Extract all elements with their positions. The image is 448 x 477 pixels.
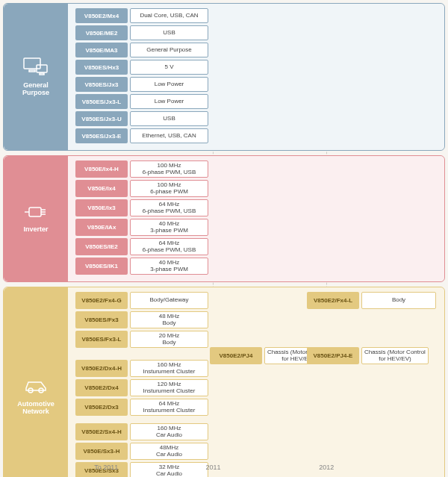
part-chip: V850E2/Dx4-H xyxy=(75,360,128,377)
part-desc: 64 MHzInsturument Cluster xyxy=(130,399,208,416)
part-desc: 100 MHz6-phase PWM, USB xyxy=(130,160,208,178)
part-desc: Chassis (Motor Control for HEV/EV) xyxy=(361,347,429,364)
timeline-labels: To 2011 2011 2012 xyxy=(6,464,442,476)
svg-rect-3 xyxy=(40,73,44,75)
category-title: AutomotiveNetwork xyxy=(17,400,55,415)
year-label: 2011 xyxy=(205,464,220,471)
category-label-automotive: AutomotiveNetwork xyxy=(4,287,68,477)
part-desc: 48MHzCar Audio xyxy=(130,443,208,460)
part-chip: V850ES/Jx3-L xyxy=(75,94,128,109)
placed-pj4e: V850E2/PJ4-E Chassis (Motor Control for … xyxy=(307,347,429,364)
category-title: Inverter xyxy=(23,225,48,233)
year-label: 2012 xyxy=(319,464,334,471)
part-chip: V850E2/Fx4-G xyxy=(75,292,128,309)
part-desc: 120 MHzInsturument Cluster xyxy=(130,379,208,396)
desktop-icon xyxy=(23,57,49,77)
part-chip: V850E/ME2 xyxy=(75,25,128,40)
part-chip: V850ES/Hx3 xyxy=(75,60,128,75)
part-chip: V850ES/IE2 xyxy=(75,238,128,255)
car-icon xyxy=(23,378,49,396)
motor-icon xyxy=(25,205,47,221)
part-chip: V850E2/Mx4 xyxy=(75,8,128,23)
section-automotive: AutomotiveNetwork V850E2/Fx4-GBody/Gatew… xyxy=(3,287,445,477)
category-label-general-purpose: GeneralPurpose xyxy=(4,4,68,150)
section-general-purpose: GeneralPurpose V850E2/Mx4Dual Core, USB,… xyxy=(3,3,445,151)
part-chip: V850E2/PJ4 xyxy=(210,347,262,364)
part-desc: USB xyxy=(130,111,208,126)
part-desc: 160 MHzInsturument Cluster xyxy=(130,360,208,377)
part-chip: V850E/MA3 xyxy=(75,43,128,57)
section-body: V850E/Ix4-H100 MHz6-phase PWM, USB V850E… xyxy=(68,156,444,281)
svg-rect-4 xyxy=(29,208,41,216)
svg-rect-1 xyxy=(29,70,35,72)
part-chip: V850ES/IK1 xyxy=(75,258,128,275)
part-desc: 20 MHzBody xyxy=(130,331,208,348)
part-desc: 160 MHzCar Audio xyxy=(130,423,208,440)
part-chip: V850E/Sx3-H xyxy=(75,443,128,460)
part-desc: Body xyxy=(361,292,436,309)
section-inverter: Inverter V850E/Ix4-H100 MHz6-phase PWM, … xyxy=(3,155,445,282)
part-desc: USB xyxy=(130,25,208,40)
part-desc: General Purpose xyxy=(130,43,208,57)
roadmap-diagram: GeneralPurpose V850E2/Mx4Dual Core, USB,… xyxy=(0,0,448,477)
part-desc: Dual Core, USB, CAN xyxy=(130,8,208,23)
section-body: V850E2/Mx4Dual Core, USB, CAN V850E/ME2U… xyxy=(68,4,444,150)
part-chip: V850E2/Sx4-H xyxy=(75,423,128,440)
part-desc: 40 MHz3-phase PWM xyxy=(130,258,208,275)
part-chip: V850E/IAx xyxy=(75,219,128,236)
part-chip: V850E/Ix4-H xyxy=(75,160,128,178)
part-desc: 5 V xyxy=(130,60,208,75)
placed-fx4l: V850E2/Fx4-L Body xyxy=(307,292,436,309)
part-desc: 100 MHz6-phase PWM xyxy=(130,180,208,197)
part-desc: 40 MHz3-phase PWM xyxy=(130,219,208,236)
part-chip: V850E/Ix3 xyxy=(75,199,128,216)
part-chip: V850ES/Jx3 xyxy=(75,77,128,92)
part-desc: 64 MHz6-phase PWM, USB xyxy=(130,199,208,216)
part-desc: 64 MHz6-phase PWM, USB xyxy=(130,238,208,255)
svg-rect-0 xyxy=(24,58,40,69)
category-title: GeneralPurpose xyxy=(22,81,49,96)
part-desc: Body/Gateway xyxy=(130,292,208,309)
part-chip: V850E2/Dx4 xyxy=(75,379,128,396)
section-body: V850E2/Fx4-GBody/Gateway V850ES/Fx348 MH… xyxy=(68,287,444,477)
part-chip: V850ES/Fx3-L xyxy=(75,331,128,348)
part-desc: 48 MHzBody xyxy=(130,311,208,328)
category-label-inverter: Inverter xyxy=(4,156,68,281)
part-desc: Low Power xyxy=(130,77,208,92)
part-desc: Low Power xyxy=(130,94,208,109)
part-chip: V850E2/PJ4-E xyxy=(307,347,359,364)
part-desc: Ethernet, USB, CAN xyxy=(130,128,208,143)
part-chip: V850E/Ix4 xyxy=(75,180,128,197)
year-label: To 2011 xyxy=(94,464,118,471)
part-chip: V850E2/Dx3 xyxy=(75,399,128,416)
part-chip: V850E2/Fx4-L xyxy=(307,292,359,309)
part-chip: V850ES/Jx3-E xyxy=(75,128,128,143)
part-chip: V850ES/Fx3 xyxy=(75,311,128,328)
part-chip: V850ES/Jx3-U xyxy=(75,111,128,126)
